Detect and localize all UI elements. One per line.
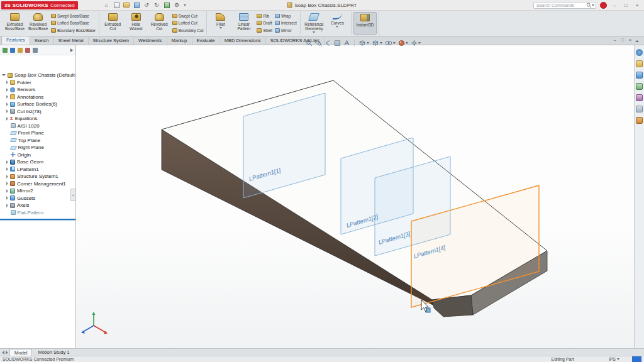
zoom-fit-icon[interactable] [306, 40, 313, 47]
tree-item-right-plane[interactable]: Right Plane [0, 144, 75, 151]
tab-scroll-right-icon[interactable] [6, 351, 8, 354]
lofted-cut-button[interactable]: Lofted Cut [172, 19, 204, 26]
expand-arrow-icon[interactable] [6, 160, 8, 164]
shell-button[interactable]: Shell [257, 27, 272, 34]
view-orientation-icon[interactable] [358, 40, 369, 47]
file-explorer-icon[interactable] [636, 72, 643, 79]
tab-evaluate[interactable]: Evaluate [192, 37, 220, 45]
revolved-boss-base-button[interactable]: Revolved Boss/Base [26, 12, 50, 35]
options-caret-icon[interactable] [184, 4, 186, 6]
search-scope-caret-icon[interactable] [592, 4, 594, 6]
doc-restore-button[interactable]: □ [621, 38, 624, 42]
home-icon[interactable]: ⌂ [103, 2, 110, 9]
expand-arrow-icon[interactable] [6, 95, 8, 99]
tab-sheet-metal[interactable]: Sheet Metal [54, 37, 89, 45]
units-selector[interactable]: IPS [609, 357, 619, 361]
expand-arrow-icon[interactable] [6, 80, 8, 84]
design-library-icon[interactable] [636, 60, 643, 67]
fillet-button[interactable]: Fillet [209, 12, 232, 35]
annotation-views-icon[interactable] [343, 40, 350, 47]
forum-icon[interactable] [636, 117, 643, 124]
featuremanager-tree-icon[interactable] [3, 48, 8, 53]
save-icon[interactable] [133, 2, 140, 9]
tab-weldments[interactable]: Weldments [134, 37, 167, 45]
view-settings-icon[interactable] [411, 40, 421, 47]
threedexperience-icon[interactable] [636, 49, 643, 56]
extruded-cut-button[interactable]: Extruded Cut [101, 12, 125, 35]
graphics-viewport[interactable]: LPattern1[1] LPattern1[2] LPattern1[3] L… [76, 45, 634, 348]
user-avatar[interactable] [600, 2, 607, 9]
curves-button[interactable]: Curves [326, 12, 349, 35]
rollback-bar[interactable] [0, 219, 75, 220]
tab-sketch[interactable]: Sketch [30, 37, 54, 45]
units-caret-icon[interactable] [617, 358, 619, 360]
expand-arrow-icon[interactable] [6, 204, 8, 207]
tree-item-surface-bodies[interactable]: Surface Bodies(6) [0, 101, 75, 108]
tree-item-structure-system1[interactable]: Structure System1 [0, 173, 75, 180]
tree-item-corner-management1[interactable]: Corner Management1 [0, 180, 75, 188]
expand-arrow-icon[interactable] [6, 117, 8, 121]
display-style-caret-icon[interactable] [380, 42, 382, 44]
tree-item-top-plane[interactable]: Top Plane [0, 137, 75, 145]
tab-structure-system[interactable]: Structure System [89, 37, 135, 45]
hole-wizard-button[interactable]: Hole Wizard [125, 12, 148, 35]
edit-appearance-icon[interactable] [398, 40, 408, 47]
expand-arrow-icon[interactable] [2, 74, 6, 78]
hide-show-caret-icon[interactable] [393, 42, 396, 44]
rebuild-icon[interactable] [164, 2, 170, 9]
rib-button[interactable]: Rib [257, 13, 272, 19]
tree-item-flat-pattern[interactable]: Flat-Pattern [0, 209, 75, 217]
expand-arrow-icon[interactable] [6, 189, 8, 193]
doc-close-button[interactable]: × [629, 38, 631, 42]
expand-arrow-icon[interactable] [6, 182, 8, 185]
tree-item-cut-list[interactable]: Cut list(78) [0, 108, 75, 116]
configurationmanager-icon[interactable] [18, 48, 23, 53]
section-view-icon[interactable] [334, 40, 341, 47]
intersect-button[interactable]: Intersect [275, 19, 297, 26]
tree-item-folder[interactable]: Folder [0, 79, 75, 87]
view-orientation-caret-icon[interactable] [367, 42, 369, 44]
custom-properties-icon[interactable] [636, 106, 643, 112]
model-canvas[interactable]: LPattern1[1] LPattern1[2] LPattern1[3] L… [76, 45, 634, 348]
expand-arrow-icon[interactable] [6, 102, 8, 106]
hide-show-items-icon[interactable] [385, 40, 396, 47]
zoom-area-icon[interactable] [315, 40, 322, 47]
tree-item-sensors[interactable]: Sensors [0, 86, 75, 94]
search-icon[interactable] [586, 3, 592, 8]
redo-icon[interactable]: ↻ [153, 2, 160, 9]
boundary-cut-button[interactable]: Boundary Cut [172, 27, 204, 34]
previous-view-icon[interactable] [325, 40, 331, 47]
close-button[interactable]: × [633, 3, 641, 8]
expand-arrow-icon[interactable] [6, 175, 8, 178]
tree-item-gussets[interactable]: Gussets [0, 195, 75, 202]
motion-study-tab[interactable]: Motion Study 1 [33, 349, 74, 356]
view-palette-icon[interactable] [636, 83, 643, 90]
minimize-button[interactable]: – [611, 3, 618, 8]
expand-arrow-icon[interactable] [6, 109, 8, 113]
undo-icon[interactable]: ↺ [143, 2, 150, 9]
tree-item-lpattern1[interactable]: LPattern1 [0, 166, 75, 173]
tab-features[interactable]: Features [1, 36, 30, 45]
panel-collapse-handle[interactable]: « [70, 189, 75, 201]
reference-geometry-caret-icon[interactable] [313, 31, 315, 33]
search-input[interactable] [535, 3, 586, 8]
displaymanager-icon[interactable] [33, 48, 38, 53]
mirror-button[interactable]: Mirror [275, 27, 297, 34]
tab-markup[interactable]: Markup [167, 37, 192, 45]
expand-arrow-icon[interactable] [6, 88, 8, 92]
fillet-caret-icon[interactable] [219, 27, 222, 29]
dimxpertmanager-icon[interactable] [25, 48, 30, 53]
swept-cut-button[interactable]: Swept Cut [172, 13, 204, 19]
expand-arrow-icon[interactable] [6, 196, 8, 200]
tree-item-axels[interactable]: Axels [0, 202, 75, 209]
options-icon[interactable]: ⚙ [174, 2, 180, 9]
panel-expand-icon[interactable] [70, 48, 73, 52]
lofted-boss-base-button[interactable]: Lofted Boss/Base [51, 19, 96, 26]
tree-item-equations[interactable]: ΣEquations [0, 115, 75, 123]
tree-item-origin[interactable]: Origin [0, 151, 75, 159]
swept-boss-base-button[interactable]: Swept Boss/Base [51, 13, 96, 19]
tree-item-front-plane[interactable]: Front Plane [0, 129, 75, 137]
view-settings-caret-icon[interactable] [418, 42, 421, 44]
linear-pattern-button[interactable]: Linear Pattern [232, 12, 255, 35]
reference-geometry-button[interactable]: Reference Geometry [303, 12, 326, 35]
